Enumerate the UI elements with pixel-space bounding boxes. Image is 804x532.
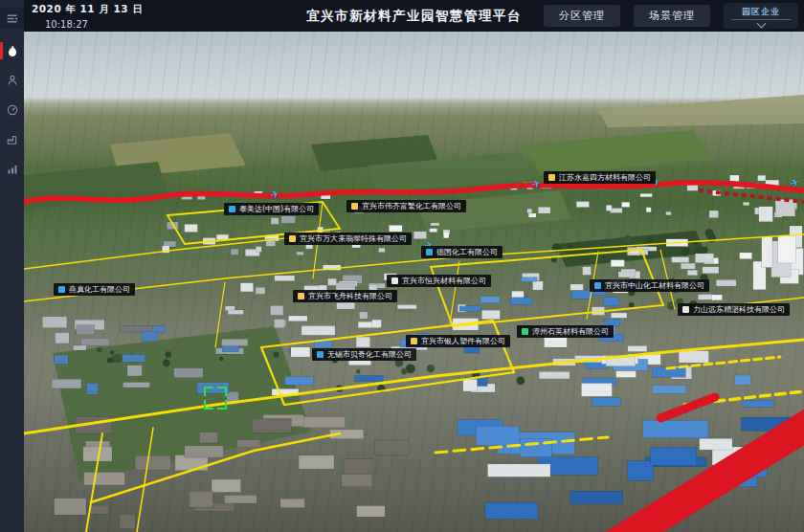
topbar-actions: 分区管理场景管理 园区企业 [544,0,798,32]
clock: 2020 年 11 月 13 日 10:18:27 [32,3,143,30]
company-label-text: 潭州石英材料有限公司 [532,328,609,336]
park-enterprise-dropdown[interactable]: 园区企业 [724,3,798,29]
person-icon [7,75,18,86]
company-marker-icon [426,249,433,255]
company-label-text: 宜兴市恒兴材料有限公司 [402,277,486,285]
company-label[interactable]: 宜兴市伟齐富繁化工有限公司 [346,200,466,212]
company-label-text: 燕真化工有限公司 [69,286,130,294]
company-label-text: 宜兴市中山化工材料有限公司 [605,282,704,290]
company-label-text: 江苏永嘉四方材料有限公司 [559,174,651,182]
company-label-text: 泰美达(中国)有限公司 [239,206,314,213]
sidebar-item-fire-monitor[interactable] [0,40,24,61]
hamburger-icon [6,12,18,25]
map-viewport[interactable]: 泰美达(中国)有限公司宜兴市伟齐富繁化工有限公司江苏永嘉四方材料有限公司宜兴市万… [24,32,804,532]
bar-chart-icon [7,164,18,175]
date-display: 2020 年 11 月 13 日 [32,3,143,16]
company-label-text: 宜兴市飞舟科技有限公司 [308,293,392,300]
company-marker-icon [317,351,324,358]
sidebar-item-statistics[interactable] [0,159,24,180]
company-label[interactable]: 宜兴市中山化工材料有限公司 [590,279,709,292]
park-enterprise-label: 园区企业 [742,6,780,18]
app-root: 2020 年 11 月 13 日 10:18:27 宜兴市新材料产业园智慧管理平… [0,0,804,532]
company-label[interactable]: 无锡市贝奇化工有限公司 [312,348,416,361]
topbar: 2020 年 11 月 13 日 10:18:27 宜兴市新材料产业园智慧管理平… [24,0,804,32]
company-marker-icon [682,306,689,313]
sidebar-item-gauge[interactable] [0,100,24,121]
company-marker-icon [58,286,65,293]
time-display: 10:18:27 [45,19,143,30]
company-label-text: 无锡市贝奇化工有限公司 [327,351,412,359]
chevron-down-icon [756,18,766,28]
company-label[interactable]: 江苏永嘉四方材料有限公司 [544,171,656,184]
company-label[interactable]: 泰美达(中国)有限公司 [224,203,319,215]
factory-icon [6,134,18,145]
zone-management-button[interactable]: 分区管理 [544,5,620,27]
company-label[interactable]: 宜兴市恒兴材料有限公司 [387,275,491,287]
sidebar-item-personnel[interactable] [0,70,24,91]
company-label[interactable]: 力山远东精湛科技有限公司 [678,303,790,316]
company-marker-icon [289,235,296,242]
scene-management-button[interactable]: 场景管理 [634,5,710,27]
company-label[interactable]: 宜兴市飞舟科技有限公司 [293,290,397,302]
company-label-text: 力山远东精湛科技有限公司 [693,306,785,314]
sidebar [0,0,24,532]
company-marker-icon [351,203,358,210]
company-marker-icon [391,277,398,284]
company-label[interactable]: 潭州石英材料有限公司 [517,325,614,338]
company-label[interactable]: 燕真化工有限公司 [54,283,135,296]
gauge-icon [7,104,18,116]
flame-icon [7,45,18,57]
selection-bracket [204,387,227,410]
company-label-text: 德国化工有限公司 [436,249,498,256]
company-label-text: 宜兴市伟齐富繁化工有限公司 [362,203,461,211]
company-marker-icon [298,293,304,299]
company-label[interactable]: 德国化工有限公司 [421,246,502,258]
company-label[interactable]: 宜兴市银人塑件有限公司 [406,335,510,347]
company-label-text: 宜兴市万大来翡翠特殊有限公司 [300,235,407,243]
company-marker-icon [522,328,528,335]
company-marker-icon [594,282,601,289]
company-marker-icon [548,174,555,181]
sidebar-item-menu[interactable] [0,8,24,29]
company-label-text: 宜兴市银人塑件有限公司 [421,338,505,345]
company-marker-icon [411,338,417,344]
company-label[interactable]: 宜兴市万大来翡翠特殊有限公司 [284,233,412,245]
sidebar-item-enterprise[interactable] [0,129,24,150]
company-marker-icon [229,206,235,212]
